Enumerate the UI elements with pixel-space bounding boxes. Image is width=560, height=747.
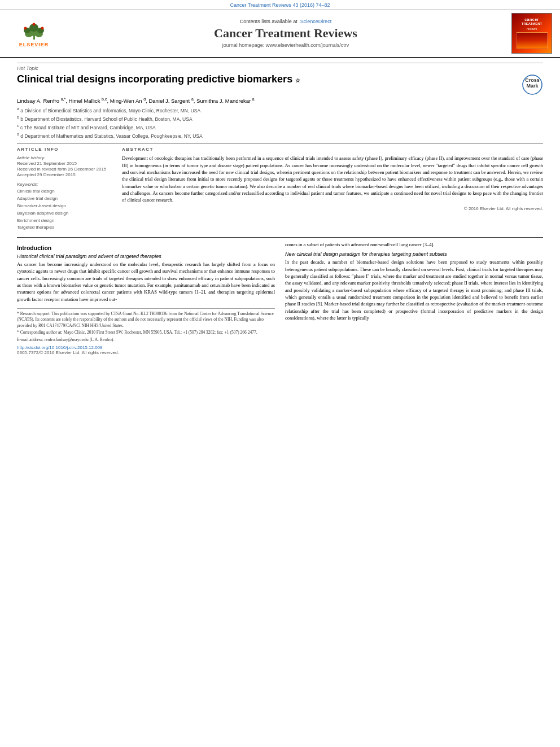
affiliation-b: b b Department of Biostatistics, Harvard… xyxy=(17,115,543,123)
footnote-research: * Research support: This publication was… xyxy=(17,311,275,329)
header-left: ELSEVIER xyxy=(6,13,62,54)
intro-section: Introduction Historical clinical trial p… xyxy=(17,237,543,355)
journal-title: Cancer Treatment Reviews xyxy=(214,26,357,41)
intro-heading: Introduction xyxy=(17,244,275,251)
crossmark-icon: Cross Mark xyxy=(522,74,543,95)
article-info-title: ARTICLE INFO xyxy=(17,147,113,152)
abstract-text: Development of oncologic therapies has t… xyxy=(122,155,543,203)
elsevier-brand-text: ELSEVIER xyxy=(19,42,49,47)
doi-link[interactable]: http://dx.doi.org/10.1016/j.ctrv.2015.12… xyxy=(17,345,275,350)
body-right-outcome: comes in a subset of patients with advan… xyxy=(285,241,543,248)
copyright-line: © 2016 Elsevier Ltd. All rights reserved… xyxy=(122,206,543,211)
body-right-col: comes in a subset of patients with advan… xyxy=(285,241,543,355)
issn-line: 0305-7372/© 2016 Elsevier Ltd. All right… xyxy=(17,350,275,355)
main-content: Hot Topic Clinical trial designs incorpo… xyxy=(0,58,560,361)
elsevier-logo-container: ELSEVIER xyxy=(19,19,50,47)
body-left-text: As cancer has become increasingly unders… xyxy=(17,261,275,303)
article-info-abstract-section: ARTICLE INFO Article history: Received 2… xyxy=(17,143,543,231)
affiliation-d: d d Department of Mathematics and Statis… xyxy=(17,132,543,140)
body-two-col: Introduction Historical clinical trial p… xyxy=(17,241,543,355)
affiliation-c: c c The Broad Institute of MIT and Harva… xyxy=(17,124,543,132)
header-right: cancer TREATMENT reviews xyxy=(509,13,554,54)
header-center: Contents lists available at ScienceDirec… xyxy=(67,13,505,54)
footnote-email: E-mail address: renfro.lindsay@mayo.edu … xyxy=(17,337,275,343)
journal-top-bar: Cancer Treatment Reviews 43 (2016) 74–82 xyxy=(0,0,560,10)
svg-point-9 xyxy=(41,27,43,30)
hot-topic-label: Hot Topic xyxy=(17,63,543,71)
journal-homepage: journal homepage: www.elsevierhealth.com… xyxy=(222,42,349,48)
body-right-text: In the past decade, a number of biomarke… xyxy=(285,259,543,321)
keywords-title: Keywords: xyxy=(17,182,113,187)
subsection1-heading: Historical clinical trial paradigm and a… xyxy=(17,254,275,259)
svg-point-7 xyxy=(24,27,27,30)
svg-point-8 xyxy=(32,23,35,26)
sciencedirect-link[interactable]: ScienceDirect xyxy=(300,19,332,24)
elsevier-tree-icon xyxy=(19,19,50,41)
page: Cancer Treatment Reviews 43 (2016) 74–82 xyxy=(0,0,560,747)
keyword-3: Biomarker-based design xyxy=(17,203,113,210)
accepted-date: Accepted 29 December 2015 xyxy=(17,172,113,177)
keyword-2: Adaptive trial design xyxy=(17,195,113,203)
affiliation-a: a a Division of Biomedical Statistics an… xyxy=(17,107,543,115)
body-left-col: Introduction Historical clinical trial p… xyxy=(17,241,275,355)
keyword-5: Enrichment design xyxy=(17,217,113,225)
article-info-column: ARTICLE INFO Article history: Received 2… xyxy=(17,147,113,231)
new-paradigm-heading: New clinical trial design paradigm for t… xyxy=(285,251,543,257)
authors-line: Lindsay A. Renfro a,*, Himel Mallick b,c… xyxy=(17,97,543,104)
svg-text:Mark: Mark xyxy=(526,83,539,89)
received-date: Received 21 September 2015 xyxy=(17,161,113,166)
header-section: ELSEVIER Contents lists available at Sci… xyxy=(0,10,560,58)
footnote-corresponding: * Corresponding author at: Mayo Clinic, … xyxy=(17,330,275,336)
keyword-1: Clinical trial design xyxy=(17,188,113,195)
contents-line: Contents lists available at ScienceDirec… xyxy=(240,19,332,24)
article-title: Clinical trial designs incorporating pre… xyxy=(17,73,515,86)
star-icon: ☆ xyxy=(295,77,300,84)
crossmark-container: Cross Mark xyxy=(522,74,543,97)
affiliations: a a Division of Biomedical Statistics an… xyxy=(17,107,543,139)
svg-text:Cross: Cross xyxy=(525,77,540,83)
abstract-column: ABSTRACT Development of oncologic therap… xyxy=(122,147,543,231)
received-revised-date: Received in revised form 26 December 201… xyxy=(17,167,113,172)
keyword-6: Targeted therapies xyxy=(17,224,113,231)
journal-cover-image: cancer TREATMENT reviews xyxy=(511,13,552,54)
keywords-section: Keywords: Clinical trial design Adaptive… xyxy=(17,182,113,231)
keyword-4: Bayesian adaptive design xyxy=(17,210,113,217)
journal-citation: Cancer Treatment Reviews 43 (2016) 74–82 xyxy=(230,2,330,8)
abstract-title: ABSTRACT xyxy=(122,147,543,152)
history-label: Article history: xyxy=(17,155,113,160)
footnote-section: * Research support: This publication was… xyxy=(17,308,275,356)
